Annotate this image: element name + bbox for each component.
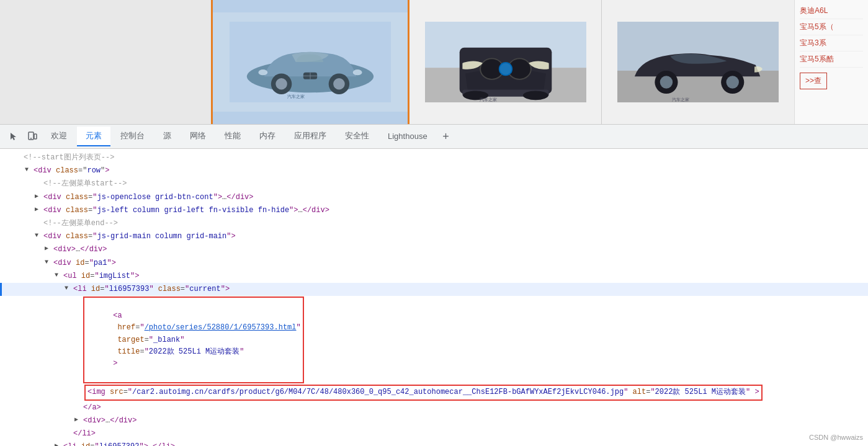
code-div-openclose[interactable]: <div class="js-openclose grid-btn-cont" … bbox=[0, 191, 868, 204]
cursor-icon[interactable] bbox=[5, 128, 22, 145]
right-sidebar: 奥迪A6L 宝马5系（ 宝马3系 宝马5系酷 >>查 bbox=[794, 0, 868, 124]
watermark: CSDN @hwwaizs bbox=[809, 434, 863, 441]
svg-point-22 bbox=[522, 91, 548, 100]
code-li-6957392[interactable]: <li id="li6957392" >…</li> bbox=[0, 440, 868, 446]
img-tag-highlight-box: <img src="/car2.autoimg.cn/cardfs/produc… bbox=[84, 385, 763, 400]
svg-text:汽车之家: 汽车之家 bbox=[480, 97, 497, 102]
tab-network[interactable]: 网络 bbox=[181, 127, 215, 146]
href-link[interactable]: /photo/series/52880/1/6957393.html bbox=[145, 323, 297, 332]
svg-text:汽车之家: 汽车之家 bbox=[287, 94, 305, 99]
expand-arrow-imglist[interactable] bbox=[55, 270, 62, 280]
expand-arrow-div-inner[interactable] bbox=[74, 415, 82, 425]
tab-application[interactable]: 应用程序 bbox=[285, 127, 335, 146]
expand-arrow-li-current[interactable] bbox=[65, 283, 72, 293]
code-comment-menu-start: <!--左侧菜单start--> bbox=[0, 177, 868, 190]
devtools-elements-panel[interactable]: <!--start图片列表页--> <div class="row" > <!-… bbox=[0, 149, 868, 446]
code-comment-menu-end: <!--左侧菜单end--> bbox=[0, 217, 868, 230]
car-image-3: 汽车之家 bbox=[602, 0, 794, 124]
svg-point-28 bbox=[660, 76, 673, 88]
code-div-row[interactable]: <div class="row" > bbox=[0, 164, 868, 177]
code-ul-imglist[interactable]: <ul id="imgList" > bbox=[0, 270, 868, 283]
car-image-3-svg: 汽车之家 bbox=[617, 22, 779, 102]
code-div-collapsed-inner[interactable]: <div >…</div> bbox=[0, 414, 868, 427]
expand-arrow-row[interactable] bbox=[25, 165, 32, 175]
svg-text:汽车之家: 汽车之家 bbox=[672, 97, 689, 102]
code-li-close: </li> bbox=[0, 427, 868, 440]
sidebar-item-audi[interactable]: 奥迪A6L bbox=[800, 3, 863, 19]
car-image-area: 汽车之家 bbox=[0, 0, 794, 124]
expand-arrow-openclose[interactable] bbox=[35, 192, 42, 202]
active-line-indicator bbox=[0, 283, 2, 296]
query-button[interactable]: >>查 bbox=[800, 73, 827, 89]
car-image-1: 汽车之家 bbox=[230, 22, 391, 102]
tab-welcome[interactable]: 欢迎 bbox=[42, 127, 76, 146]
svg-point-30 bbox=[727, 76, 739, 88]
svg-point-19 bbox=[499, 63, 511, 75]
selected-car-image: 汽车之家 bbox=[211, 0, 409, 124]
add-tab-button[interactable]: + bbox=[437, 128, 455, 145]
expand-arrow-div[interactable] bbox=[45, 244, 52, 254]
svg-point-7 bbox=[258, 69, 267, 75]
car-image-2: 汽车之家 bbox=[409, 0, 602, 124]
code-comment-start: <!--start图片列表页--> bbox=[0, 151, 868, 164]
devtools-tabs-bar: 欢迎 元素 控制台 源 网络 性能 内存 应用程序 安全性 Lighthouse… bbox=[0, 124, 868, 149]
tab-elements[interactable]: 元素 bbox=[77, 127, 110, 146]
expand-arrow-li-92[interactable] bbox=[55, 441, 62, 446]
code-li-current[interactable]: <li id="li6957393" class="current" > bbox=[0, 283, 868, 296]
code-li-current-wrapper: <li id="li6957393" class="current" > bbox=[0, 283, 868, 296]
code-div-pa1[interactable]: <div id="pa1" > bbox=[0, 257, 868, 270]
a-tag-highlight-box: <a href="/photo/series/52880/1/6957393.h… bbox=[83, 297, 304, 383]
car-image-2-svg: 汽车之家 bbox=[425, 22, 586, 102]
code-div-plain[interactable]: <div >…</div> bbox=[0, 243, 868, 256]
tab-memory[interactable]: 内存 bbox=[251, 127, 284, 146]
sidebar-item-bmw5-1[interactable]: 宝马5系（ bbox=[800, 19, 863, 35]
tab-security[interactable]: 安全性 bbox=[336, 127, 378, 146]
svg-point-6 bbox=[353, 69, 362, 75]
tab-lighthouse[interactable]: Lighthouse bbox=[379, 128, 436, 146]
svg-point-3 bbox=[275, 78, 287, 90]
expand-arrow-jsleft[interactable] bbox=[35, 205, 42, 215]
code-a-tag-wrapper[interactable]: <a href="/photo/series/52880/1/6957393.h… bbox=[0, 296, 868, 384]
device-icon[interactable] bbox=[24, 128, 41, 145]
expand-arrow-pa1[interactable] bbox=[45, 257, 52, 267]
tab-sources[interactable]: 源 bbox=[154, 127, 180, 146]
code-div-gridmain[interactable]: <div class="js-grid-main column grid-mai… bbox=[0, 230, 868, 243]
tab-performance[interactable]: 性能 bbox=[216, 127, 249, 146]
expand-arrow-gridmain[interactable] bbox=[35, 231, 42, 241]
svg-rect-33 bbox=[34, 134, 37, 139]
code-img-tag-wrapper[interactable]: <img src="/car2.autoimg.cn/cardfs/produc… bbox=[0, 384, 868, 401]
browser-preview: 汽车之家 bbox=[0, 0, 868, 124]
svg-point-5 bbox=[333, 78, 345, 90]
tab-console[interactable]: 控制台 bbox=[112, 127, 153, 146]
sidebar-item-bmw3[interactable]: 宝马3系 bbox=[800, 35, 863, 51]
code-a-close: </a> bbox=[0, 401, 868, 414]
code-div-jsleft[interactable]: <div class="js-left column grid-left fn-… bbox=[0, 204, 868, 217]
sidebar-item-bmw5-2[interactable]: 宝马5系酷 bbox=[800, 51, 863, 68]
svg-point-34 bbox=[30, 138, 32, 139]
